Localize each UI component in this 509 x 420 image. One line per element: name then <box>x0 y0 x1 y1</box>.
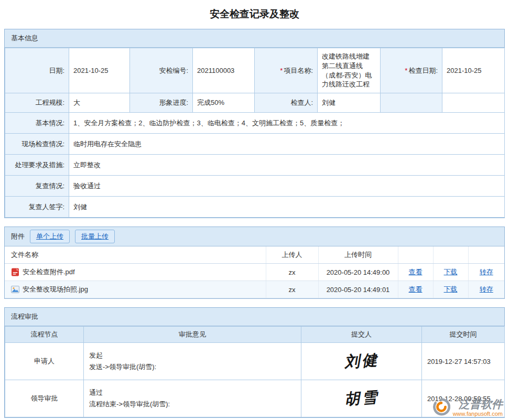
progress-value-cell: 完成50% <box>193 93 255 113</box>
save-cell: 转存 <box>468 281 504 298</box>
node-header: 流程节点 <box>5 327 84 343</box>
opinion-cell: 发起 发送->领导审批(胡雪): <box>84 343 301 380</box>
file-name-cell: 安全检查附件.pdf <box>5 264 266 281</box>
page-title: 安全检查记录及整改 <box>4 2 505 29</box>
opinion-header: 审批意见 <box>84 327 301 343</box>
project-name-value: 改建铁路线增建第二线直通线（成都-西安）电力线路迁改工程 <box>322 52 372 88</box>
approval-title: 流程审批 <box>11 313 38 320</box>
site-check-label: 现场检查情况: <box>21 140 64 148</box>
site-check-label-cell: 现场检查情况: <box>5 134 69 155</box>
download-cell: 下载 <box>433 281 468 298</box>
opinion-line: 通过 <box>89 387 296 399</box>
attachment-row: 安全整改现场拍照.jpg zx 2020-05-20 14:49:01 查看 下… <box>5 281 504 298</box>
project-scale-value: 大 <box>73 99 80 106</box>
inspector-value: 刘健 <box>322 99 335 106</box>
measures-value: 立即整改 <box>73 161 101 169</box>
recheck-sign-label-cell: 复查人签字: <box>5 197 69 218</box>
recheck-value: 验收通过 <box>73 182 101 190</box>
basic-info-section: 基本信息 日期: 2021-10-25 安检编号: 2021100003 *项目… <box>4 29 505 218</box>
form-row: 复查人签字: 刘健 <box>5 197 505 218</box>
save-as-link[interactable]: 转存 <box>480 268 493 276</box>
project-name-label: 项目名称: <box>284 67 313 74</box>
progress-label-cell: 形象进度: <box>130 93 193 113</box>
form-row: 处理要求及措施: 立即整改 <box>5 155 505 176</box>
download-cell: 下载 <box>433 264 468 281</box>
date-label: 日期: <box>49 67 64 74</box>
signature-cell: 胡雪 <box>301 380 422 417</box>
submitter-header: 提交人 <box>301 327 422 343</box>
upload-time: 2020-05-20 14:49:00 <box>327 268 390 276</box>
check-date-value: 2021-10-25 <box>447 67 482 74</box>
inspection-no-value-cell: 2021100003 <box>193 48 255 93</box>
recheck-label: 复查情况: <box>35 182 64 190</box>
inspector-label: 检查人: <box>290 99 313 106</box>
node-name: 领导审批 <box>31 394 58 402</box>
fanpu-logo-icon <box>432 398 450 417</box>
save-cell: 转存 <box>468 264 504 281</box>
basic-info-header: 基本信息 <box>5 29 504 48</box>
submit-time-header: 提交时间 <box>422 327 505 343</box>
attachments-table: 文件名称 上传人 上传时间 安全检查附件.pdf <box>5 246 504 298</box>
recheck-value-cell: 验收通过 <box>69 176 505 197</box>
approval-row: 领导审批 通过 流程结束->领导审批(胡雪): 胡雪 2019-12-28 09… <box>5 380 505 417</box>
watermark-url: www.fanpusoft.com <box>453 411 503 417</box>
uploader: zx <box>289 268 296 276</box>
opinion-cell: 通过 流程结束->领导审批(胡雪): <box>84 380 301 417</box>
attachments-section: 附件 单个上传 批量上传 文件名称 上传人 上传时间 <box>4 227 505 299</box>
node-name: 申请人 <box>34 357 55 365</box>
measures-label: 处理要求及措施: <box>15 161 64 169</box>
view-link[interactable]: 查看 <box>409 285 423 293</box>
file-name: 安全整改现场拍照.jpg <box>23 285 88 294</box>
uploader: zx <box>289 286 296 294</box>
approval-header: 流程审批 <box>5 308 504 326</box>
signature-cell: 刘健 <box>301 343 422 380</box>
node-cell: 申请人 <box>5 343 84 380</box>
view-cell: 查看 <box>398 264 433 281</box>
upload-time-header: 上传时间 <box>318 246 398 264</box>
download-link[interactable]: 下载 <box>444 268 458 276</box>
site-check-value: 临时用电存在安全隐患 <box>73 140 142 148</box>
submitter-signature: 刘健 <box>343 350 380 373</box>
attachments-header-row: 文件名称 上传人 上传时间 <box>5 246 504 264</box>
file-name: 安全检查附件.pdf <box>23 267 75 277</box>
view-cell: 查看 <box>398 281 433 298</box>
progress-label: 形象进度: <box>159 99 188 106</box>
download-link[interactable]: 下载 <box>444 285 458 293</box>
uploader-cell: zx <box>266 281 318 298</box>
basic-situation-value-cell: 1、安全月方案检查；2、临边防护检查；3、临电检查；4、文明施工检查；5、质量检… <box>69 113 505 134</box>
project-scale-value-cell: 大 <box>69 93 130 113</box>
recheck-sign-value-cell: 刘健 <box>69 197 505 218</box>
measures-label-cell: 处理要求及措施: <box>5 155 69 176</box>
inspector-value-cell: 刘健 <box>318 93 381 113</box>
required-mark: * <box>280 67 283 74</box>
date-value-cell: 2021-10-25 <box>69 48 130 93</box>
page: 安全检查记录及整改 基本信息 日期: 2021-10-25 安检编号: 2021… <box>0 0 509 418</box>
approval-table: 流程节点 审批意见 提交人 提交时间 申请人 发起 发送->领导审批(胡雪): … <box>5 326 505 417</box>
basic-situation-label-cell: 基本情况: <box>5 113 69 134</box>
image-file-icon <box>11 285 19 294</box>
fanpu-watermark: 泛普软件 www.fanpusoft.com <box>432 398 503 417</box>
submit-time-cell: 2019-12-27 14:57:03 <box>422 343 505 380</box>
date-label-cell: 日期: <box>5 48 69 93</box>
batch-upload-button[interactable]: 批量上传 <box>75 230 115 243</box>
opinion-line: 发送->领导审批(胡雪): <box>89 361 296 373</box>
opinion-line: 发起 <box>89 350 296 361</box>
upload-time: 2020-05-20 14:49:01 <box>327 286 390 294</box>
save-as-link[interactable]: 转存 <box>480 285 493 293</box>
required-mark: * <box>405 67 407 74</box>
file-name-header: 文件名称 <box>5 246 266 264</box>
date-value: 2021-10-25 <box>73 67 109 74</box>
basic-info-table: 日期: 2021-10-25 安检编号: 2021100003 *项目名称: 改… <box>5 48 505 218</box>
inspection-no-value: 2021100003 <box>197 67 234 74</box>
form-row: 工程规模: 大 形象进度: 完成50% 检查人: 刘健 <box>5 93 505 113</box>
inspection-no-label: 安检编号: <box>159 67 188 74</box>
single-upload-button[interactable]: 单个上传 <box>30 230 70 243</box>
file-name-cell: 安全整改现场拍照.jpg <box>5 281 266 298</box>
check-date-label: 检查日期: <box>408 67 438 74</box>
action-header-empty <box>398 246 433 264</box>
empty-value-cell <box>442 93 505 113</box>
submit-time: 2019-12-27 14:57:03 <box>427 358 491 365</box>
view-link[interactable]: 查看 <box>409 268 423 276</box>
upload-time-cell: 2020-05-20 14:49:00 <box>318 264 398 281</box>
approval-header-row: 流程节点 审批意见 提交人 提交时间 <box>5 327 505 343</box>
